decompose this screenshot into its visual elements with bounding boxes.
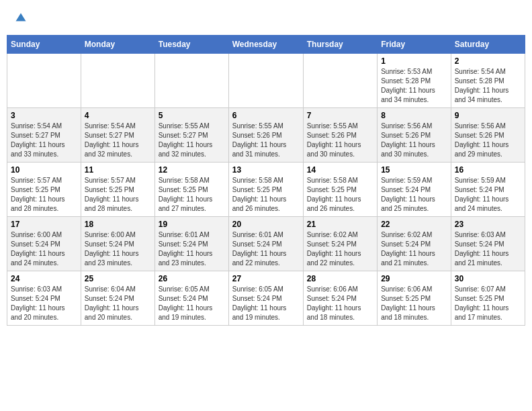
calendar-body: 1Sunrise: 5:53 AM Sunset: 5:28 PM Daylig…: [7, 54, 525, 326]
calendar-day-cell: 23Sunrise: 6:03 AM Sunset: 5:24 PM Dayli…: [451, 217, 525, 271]
day-number: 24: [11, 274, 77, 283]
day-info: Sunrise: 5:55 AM Sunset: 5:27 PM Dayligh…: [159, 122, 225, 159]
calendar-day-cell: 22Sunrise: 6:02 AM Sunset: 5:24 PM Dayli…: [378, 217, 451, 271]
day-info: Sunrise: 5:58 AM Sunset: 5:25 PM Dayligh…: [159, 176, 225, 214]
day-number: 30: [455, 274, 521, 283]
calendar-week-row: 10Sunrise: 5:57 AM Sunset: 5:25 PM Dayli…: [7, 163, 525, 217]
calendar-table: SundayMondayTuesdayWednesdayThursdayFrid…: [7, 35, 525, 326]
day-number: 29: [381, 274, 447, 283]
calendar-week-row: 1Sunrise: 5:53 AM Sunset: 5:28 PM Daylig…: [7, 54, 525, 108]
day-number: 19: [159, 220, 225, 229]
day-number: 22: [381, 220, 447, 229]
day-info: Sunrise: 5:54 AM Sunset: 5:27 PM Dayligh…: [11, 122, 77, 159]
day-number: 12: [159, 165, 225, 175]
day-info: Sunrise: 6:02 AM Sunset: 5:24 PM Dayligh…: [381, 230, 447, 268]
day-info: Sunrise: 6:07 AM Sunset: 5:25 PM Dayligh…: [455, 285, 521, 322]
day-number: 10: [11, 165, 77, 175]
calendar-day-cell: 10Sunrise: 5:57 AM Sunset: 5:25 PM Dayli…: [7, 163, 81, 217]
calendar-day-cell: 18Sunrise: 6:00 AM Sunset: 5:24 PM Dayli…: [81, 217, 154, 271]
day-info: Sunrise: 5:55 AM Sunset: 5:26 PM Dayligh…: [307, 122, 373, 159]
calendar-day-cell: 9Sunrise: 5:56 AM Sunset: 5:26 PM Daylig…: [451, 108, 525, 163]
day-number: 8: [381, 111, 447, 120]
day-info: Sunrise: 6:01 AM Sunset: 5:24 PM Dayligh…: [232, 230, 300, 268]
weekday-header-tuesday: Tuesday: [154, 36, 228, 54]
day-info: Sunrise: 6:00 AM Sunset: 5:24 PM Dayligh…: [11, 230, 77, 268]
calendar-day-cell: 7Sunrise: 5:55 AM Sunset: 5:26 PM Daylig…: [303, 108, 377, 163]
day-info: Sunrise: 5:57 AM Sunset: 5:25 PM Dayligh…: [11, 176, 77, 214]
calendar-day-cell: 1Sunrise: 5:53 AM Sunset: 5:28 PM Daylig…: [378, 54, 451, 108]
day-number: 9: [455, 111, 521, 120]
weekday-header-monday: Monday: [81, 36, 154, 54]
day-number: 18: [85, 220, 151, 229]
day-info: Sunrise: 6:04 AM Sunset: 5:24 PM Dayligh…: [85, 285, 151, 322]
day-info: Sunrise: 5:53 AM Sunset: 5:28 PM Dayligh…: [381, 67, 447, 105]
day-info: Sunrise: 5:58 AM Sunset: 5:25 PM Dayligh…: [307, 176, 373, 214]
day-info: Sunrise: 6:02 AM Sunset: 5:24 PM Dayligh…: [307, 230, 373, 268]
calendar-day-cell: 5Sunrise: 5:55 AM Sunset: 5:27 PM Daylig…: [154, 108, 228, 163]
day-info: Sunrise: 6:06 AM Sunset: 5:24 PM Dayligh…: [307, 285, 373, 322]
day-number: 7: [307, 111, 373, 120]
page-header: [7, 7, 525, 30]
day-number: 5: [159, 111, 225, 120]
weekday-header-saturday: Saturday: [451, 36, 525, 54]
logo-icon: [15, 12, 27, 24]
calendar-day-cell: 15Sunrise: 5:59 AM Sunset: 5:24 PM Dayli…: [378, 163, 451, 217]
day-number: 21: [307, 220, 373, 229]
weekday-header-thursday: Thursday: [303, 36, 377, 54]
calendar-day-cell: 27Sunrise: 6:05 AM Sunset: 5:24 PM Dayli…: [228, 271, 303, 326]
calendar-day-cell: 19Sunrise: 6:01 AM Sunset: 5:24 PM Dayli…: [154, 217, 228, 271]
calendar-day-cell: 17Sunrise: 6:00 AM Sunset: 5:24 PM Dayli…: [7, 217, 81, 271]
day-number: 25: [85, 274, 151, 283]
calendar-day-cell: 25Sunrise: 6:04 AM Sunset: 5:24 PM Dayli…: [81, 271, 154, 326]
day-number: 16: [455, 165, 521, 175]
day-info: Sunrise: 5:56 AM Sunset: 5:26 PM Dayligh…: [455, 122, 521, 159]
day-number: 26: [159, 274, 225, 283]
day-info: Sunrise: 5:59 AM Sunset: 5:24 PM Dayligh…: [455, 176, 521, 214]
day-number: 23: [455, 220, 521, 229]
calendar-day-cell: 2Sunrise: 5:54 AM Sunset: 5:28 PM Daylig…: [451, 54, 525, 108]
day-number: 4: [85, 111, 151, 120]
calendar-day-cell: 28Sunrise: 6:06 AM Sunset: 5:24 PM Dayli…: [303, 271, 377, 326]
day-info: Sunrise: 5:55 AM Sunset: 5:26 PM Dayligh…: [232, 122, 300, 159]
day-number: 15: [381, 165, 447, 175]
day-info: Sunrise: 6:06 AM Sunset: 5:25 PM Dayligh…: [381, 285, 447, 322]
calendar-day-cell: 30Sunrise: 6:07 AM Sunset: 5:25 PM Dayli…: [451, 271, 525, 326]
day-info: Sunrise: 6:00 AM Sunset: 5:24 PM Dayligh…: [85, 230, 151, 268]
calendar-day-cell: [228, 54, 303, 108]
day-info: Sunrise: 5:54 AM Sunset: 5:28 PM Dayligh…: [455, 67, 521, 105]
day-info: Sunrise: 5:58 AM Sunset: 5:25 PM Dayligh…: [232, 176, 300, 214]
day-number: 27: [232, 274, 300, 283]
day-number: 17: [11, 220, 77, 229]
calendar-header-row: SundayMondayTuesdayWednesdayThursdayFrid…: [7, 36, 525, 54]
day-number: 14: [307, 165, 373, 175]
calendar-day-cell: 8Sunrise: 5:56 AM Sunset: 5:26 PM Daylig…: [378, 108, 451, 163]
day-info: Sunrise: 6:05 AM Sunset: 5:24 PM Dayligh…: [232, 285, 300, 322]
calendar-day-cell: 14Sunrise: 5:58 AM Sunset: 5:25 PM Dayli…: [303, 163, 377, 217]
calendar-day-cell: 4Sunrise: 5:54 AM Sunset: 5:27 PM Daylig…: [81, 108, 154, 163]
calendar-day-cell: 3Sunrise: 5:54 AM Sunset: 5:27 PM Daylig…: [7, 108, 81, 163]
calendar-week-row: 17Sunrise: 6:00 AM Sunset: 5:24 PM Dayli…: [7, 217, 525, 271]
day-info: Sunrise: 5:59 AM Sunset: 5:24 PM Dayligh…: [381, 176, 447, 214]
day-info: Sunrise: 5:57 AM Sunset: 5:25 PM Dayligh…: [85, 176, 151, 214]
weekday-header-sunday: Sunday: [7, 36, 81, 54]
calendar-day-cell: 29Sunrise: 6:06 AM Sunset: 5:25 PM Dayli…: [378, 271, 451, 326]
calendar-day-cell: [154, 54, 228, 108]
svg-marker-0: [16, 13, 26, 21]
calendar-day-cell: [7, 54, 81, 108]
calendar-week-row: 3Sunrise: 5:54 AM Sunset: 5:27 PM Daylig…: [7, 108, 525, 163]
calendar-day-cell: [303, 54, 377, 108]
calendar-day-cell: 26Sunrise: 6:05 AM Sunset: 5:24 PM Dayli…: [154, 271, 228, 326]
day-info: Sunrise: 6:03 AM Sunset: 5:24 PM Dayligh…: [455, 230, 521, 268]
day-number: 13: [232, 165, 300, 175]
weekday-header-wednesday: Wednesday: [228, 36, 303, 54]
day-number: 11: [85, 165, 151, 175]
day-number: 20: [232, 220, 300, 229]
calendar-day-cell: 6Sunrise: 5:55 AM Sunset: 5:26 PM Daylig…: [228, 108, 303, 163]
day-number: 1: [381, 56, 447, 66]
calendar-day-cell: 11Sunrise: 5:57 AM Sunset: 5:25 PM Dayli…: [81, 163, 154, 217]
day-info: Sunrise: 6:03 AM Sunset: 5:24 PM Dayligh…: [11, 285, 77, 322]
calendar-day-cell: 16Sunrise: 5:59 AM Sunset: 5:24 PM Dayli…: [451, 163, 525, 217]
weekday-header-friday: Friday: [378, 36, 451, 54]
calendar-day-cell: 20Sunrise: 6:01 AM Sunset: 5:24 PM Dayli…: [228, 217, 303, 271]
calendar-day-cell: [81, 54, 154, 108]
